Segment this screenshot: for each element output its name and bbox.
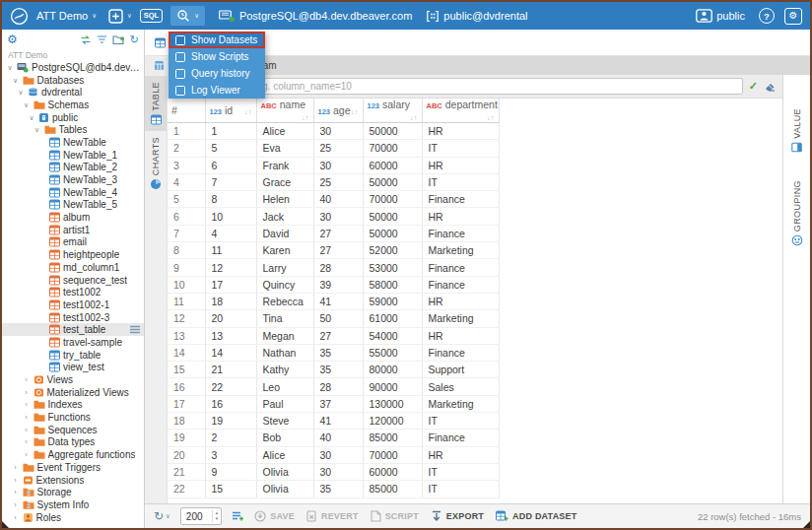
tree-expander-icon[interactable]: › [23, 414, 31, 421]
settings-gear-icon[interactable]: ⚙ [7, 33, 18, 45]
grid-row-20[interactable]: 203Alice3070000HR [168, 446, 499, 463]
cell-age[interactable]: 27 [313, 327, 363, 344]
filter-input[interactable] [191, 78, 743, 95]
grid-row-2[interactable]: 25Eva2570000IT [168, 140, 499, 157]
cell-department[interactable]: Marketing [422, 242, 499, 259]
cell-id[interactable]: 9 [205, 463, 256, 480]
tree-item-sequences[interactable]: ›Sequences [2, 424, 144, 436]
cell-id[interactable]: 5 [205, 140, 256, 157]
sort-icon[interactable]: ↓↑ [302, 113, 309, 122]
tree-item-email[interactable]: email [2, 236, 144, 249]
cell-salary[interactable]: 70000 [363, 446, 422, 463]
cell-id[interactable]: 13 [205, 327, 256, 344]
cell-name[interactable]: Helen [256, 191, 313, 208]
tree-item-newtable-4[interactable]: NewTable_4 [2, 186, 144, 199]
refresh-result-button[interactable]: ↻∨ [154, 509, 170, 523]
add-row-icon[interactable] [232, 510, 244, 522]
filter-tree-icon[interactable] [97, 34, 107, 45]
grid-row-14[interactable]: 1414Nathan3555000Finance [168, 344, 499, 361]
cell-age[interactable]: 28 [313, 378, 363, 395]
cell-id[interactable]: 2 [205, 430, 256, 446]
cell-age[interactable]: 30 [313, 157, 363, 173]
cell-department[interactable]: Finance [422, 225, 499, 241]
eraser-icon[interactable] [764, 81, 777, 93]
tree-item-menu-icon[interactable] [129, 325, 141, 334]
tree-item-test1002-3[interactable]: test1002-3 [2, 311, 144, 324]
page-size-stepper[interactable]: ▲▼ [180, 507, 222, 525]
cell-name[interactable]: Leo [256, 378, 313, 395]
cell-id[interactable]: 11 [205, 242, 256, 259]
tree-item-newtable-5[interactable]: NewTable_5 [2, 199, 144, 212]
cell-name[interactable]: Frank [256, 157, 313, 173]
side-tab-table[interactable]: TABLE [145, 76, 167, 131]
cell-department[interactable]: Finance [422, 259, 499, 276]
cell-department[interactable]: Marketing [422, 310, 499, 327]
tree-item-newtable-3[interactable]: NewTable_3 [2, 173, 144, 186]
cell-age[interactable]: 30 [313, 208, 363, 225]
tree-item-sequence-test[interactable]: sequence_test [2, 274, 144, 287]
grid-row-13[interactable]: 1313Megan2754000HR [168, 327, 499, 344]
cell-id[interactable]: 14 [205, 344, 256, 361]
cell-salary[interactable]: 60000 [363, 463, 422, 480]
tree-expander-icon[interactable]: ∨ [17, 89, 25, 96]
tree-item-album[interactable]: album [2, 211, 144, 224]
column-header-department[interactable]: ABCdepartment↓↑ [422, 99, 499, 123]
add-folder-icon[interactable] [112, 34, 125, 45]
cell-department[interactable]: Support [422, 362, 499, 378]
cell-age[interactable]: 28 [313, 259, 363, 276]
refresh-tree-icon[interactable]: ↻ [130, 34, 139, 45]
cell-salary[interactable]: 130000 [363, 395, 422, 412]
cell-salary[interactable]: 55000 [363, 344, 422, 361]
cell-age[interactable]: 37 [313, 395, 363, 412]
grid-row-12[interactable]: 1220Tina5061000Marketing [168, 310, 499, 327]
cell-id[interactable]: 8 [205, 191, 256, 208]
grid-row-5[interactable]: 58Helen4070000Finance [168, 191, 499, 208]
cell-name[interactable]: Alice [256, 446, 313, 463]
tree-expander-icon[interactable]: ∨ [23, 101, 31, 108]
tree-item-postgresql-db4-dev-dbe[interactable]: ∨PostgreSQL@db4.dev.dbe... [2, 61, 144, 74]
cell-age[interactable]: 30 [313, 463, 363, 480]
cell-name[interactable]: Grace [256, 173, 313, 190]
cell-id[interactable]: 20 [205, 310, 256, 327]
tree-item-roles[interactable]: ›Roles [2, 511, 144, 524]
tree-item-system-info[interactable]: ›System Info [2, 498, 144, 511]
cell-id[interactable]: 15 [205, 481, 256, 497]
sql-editor-button[interactable]: SQL [140, 9, 163, 23]
sort-icon[interactable]: ↓↑ [351, 107, 359, 116]
tree-item-artist1[interactable]: artist1 [2, 224, 144, 236]
cell-age[interactable]: 35 [313, 362, 363, 378]
sort-icon[interactable]: ↓↑ [410, 113, 418, 122]
tree-item-test1002[interactable]: test1002 [2, 286, 144, 298]
cell-salary[interactable]: 53000 [363, 259, 422, 276]
sort-icon[interactable]: ↓↑ [487, 113, 495, 122]
grid-row-4[interactable]: 47Grace2550000IT [168, 173, 499, 190]
tree-expander-icon[interactable]: › [12, 477, 20, 484]
cell-salary[interactable]: 59000 [363, 293, 422, 309]
menu-item-query-history[interactable]: Query history [169, 65, 265, 82]
tree-expander-icon[interactable]: ∨ [28, 114, 35, 121]
cell-name[interactable]: Nathan [256, 344, 313, 361]
help-button[interactable]: ? [759, 8, 775, 24]
tree-item-functions[interactable]: ›Functions [2, 411, 144, 424]
tree-expander-icon[interactable]: › [12, 514, 20, 521]
cell-salary[interactable]: 70000 [363, 191, 422, 208]
tree-item-view-test[interactable]: view_test [2, 362, 144, 374]
cell-id[interactable]: 22 [205, 378, 256, 395]
column-header-name[interactable]: ABCname↓↑ [256, 99, 313, 123]
tree-expander-icon[interactable]: › [23, 389, 31, 396]
tree-item-databases[interactable]: ∨Databases [2, 74, 144, 87]
cell-id[interactable]: 6 [205, 157, 256, 173]
cell-department[interactable]: IT [422, 140, 499, 157]
grid-row-19[interactable]: 192Bob4085000Finance [168, 430, 499, 446]
tree-item-newtable[interactable]: NewTable [2, 136, 144, 149]
cell-department[interactable]: Finance [422, 191, 499, 208]
cell-salary[interactable]: 50000 [363, 208, 422, 225]
tree-item-event-triggers[interactable]: ›Event Triggers [2, 461, 144, 474]
cell-age[interactable]: 25 [313, 140, 363, 157]
cell-department[interactable]: IT [422, 173, 499, 190]
cell-id[interactable]: 7 [205, 173, 256, 190]
tree-item-heightpeople[interactable]: heightpeople [2, 248, 144, 261]
cell-age[interactable]: 40 [313, 191, 363, 208]
tree-expander-icon[interactable]: › [12, 464, 20, 471]
tree-expander-icon[interactable]: › [12, 501, 20, 508]
